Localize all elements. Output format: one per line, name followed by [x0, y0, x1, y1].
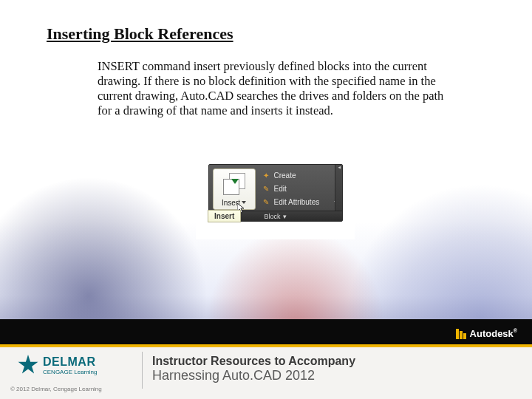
chevron-down-icon: ▾ — [283, 211, 287, 222]
insert-button[interactable]: Insert — [213, 168, 256, 210]
autodesk-logo: Autodesk® — [456, 328, 517, 339]
insert-button-label: Insert — [214, 199, 255, 207]
copyright-text: © 2012 Delmar, Cengage Learning — [10, 386, 102, 392]
delmar-star-icon — [18, 355, 38, 375]
ribbon-item-edit[interactable]: ✎ Edit — [261, 183, 338, 195]
autodesk-mark-icon — [456, 329, 466, 339]
delmar-logo: DELMAR CENGAGE Learning — [18, 355, 97, 375]
slide-body-text: INSERT command insert previously defined… — [98, 59, 445, 119]
delmar-line2: CENGAGE Learning — [43, 369, 97, 375]
ribbon-screenshot: Insert ✦ Create ✎ Edit ✎ Edit Attributes… — [196, 158, 355, 239]
ribbon-item-edit-attributes[interactable]: ✎ Edit Attributes — [261, 196, 338, 208]
registered-mark: ® — [514, 328, 517, 333]
insert-tooltip: Insert — [208, 210, 241, 222]
footer-title-line1: Instructor Resources to Accompany — [152, 355, 355, 368]
ribbon-collapse-handle[interactable]: ▸ — [335, 165, 342, 211]
create-label: Create — [274, 171, 296, 180]
ribbon-item-create[interactable]: ✦ Create — [261, 169, 338, 182]
edit-label: Edit — [274, 185, 287, 193]
footer-divider — [142, 352, 143, 389]
insert-icon — [222, 173, 248, 195]
autodesk-text: Autodesk — [470, 328, 514, 339]
footer-title-block: Instructor Resources to Accompany Harnes… — [152, 355, 355, 383]
footer-dark-band — [0, 319, 532, 344]
footer-title-line2: Harnessing Auto.CAD 2012 — [152, 368, 355, 383]
edit-attributes-label: Edit Attributes — [274, 198, 320, 206]
edit-attributes-icon: ✎ — [261, 197, 271, 208]
panel-title-text: Block — [264, 213, 280, 220]
slide-title: Inserting Block References — [47, 24, 233, 44]
create-icon: ✦ — [261, 171, 271, 181]
delmar-line1: DELMAR — [43, 355, 97, 369]
edit-icon: ✎ — [261, 184, 271, 194]
slide: Inserting Block References INSERT comman… — [0, 0, 532, 399]
